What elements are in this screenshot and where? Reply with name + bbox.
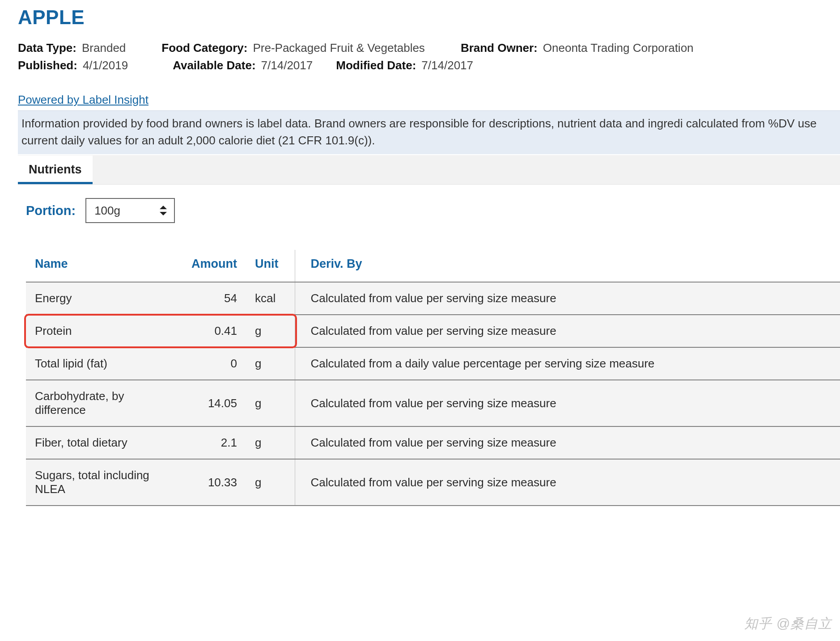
col-header-amount[interactable]: Amount (182, 250, 246, 282)
table-row: Total lipid (fat)0gCalculated from a dai… (26, 347, 840, 380)
cell-name: Sugars, total including NLEA (26, 459, 182, 506)
cell-deriv: Calculated from value per serving size m… (295, 315, 840, 347)
cell-deriv: Calculated from a daily value percentage… (295, 347, 840, 380)
cell-amount: 10.33 (182, 459, 246, 506)
label-insight-link[interactable]: Powered by Label Insight (18, 93, 148, 107)
table-row: Fiber, total dietary2.1gCalculated from … (26, 426, 840, 459)
table-row: Carbohydrate, by difference14.05gCalcula… (26, 380, 840, 426)
cell-amount: 2.1 (182, 426, 246, 459)
cell-amount: 54 (182, 282, 246, 315)
cell-deriv: Calculated from value per serving size m… (295, 282, 840, 315)
meta-label: Modified Date: (336, 59, 416, 72)
cell-unit: g (246, 380, 295, 426)
portion-select[interactable]: 100g (85, 198, 175, 223)
meta-food-category: Food Category: Pre-Packaged Fruit & Vege… (161, 41, 425, 55)
cell-unit: g (246, 426, 295, 459)
meta-data-type: Data Type: Branded (18, 41, 126, 55)
cell-unit: g (246, 347, 295, 380)
page-title: APPLE (18, 6, 840, 29)
cell-unit: g (246, 459, 295, 506)
meta-available: Available Date: 7/14/2017 (173, 59, 313, 72)
cell-name: Energy (26, 282, 182, 315)
cell-unit: g (246, 315, 295, 347)
table-row: Energy54kcalCalculated from value per se… (26, 282, 840, 315)
info-banner: Information provided by food brand owner… (18, 110, 840, 154)
meta-label: Published: (18, 59, 77, 72)
meta-label: Data Type: (18, 41, 76, 55)
portion-label: Portion: (26, 203, 76, 218)
meta-value: 4/1/2019 (83, 59, 128, 72)
meta-value: 7/14/2017 (261, 59, 313, 72)
meta-value: Oneonta Trading Corporation (543, 41, 694, 55)
meta-modified: Modified Date: 7/14/2017 (336, 59, 473, 72)
cell-name: Carbohydrate, by difference (26, 380, 182, 426)
meta-value: 7/14/2017 (421, 59, 473, 72)
sort-caret-icon (160, 206, 167, 215)
cell-amount: 0.41 (182, 315, 246, 347)
portion-value: 100g (94, 204, 120, 218)
col-header-name[interactable]: Name (26, 250, 182, 282)
cell-deriv: Calculated from value per serving size m… (295, 426, 840, 459)
cell-name: Fiber, total dietary (26, 426, 182, 459)
meta-label: Available Date: (173, 59, 255, 72)
cell-deriv: Calculated from value per serving size m… (295, 459, 840, 506)
tabs-bar: Nutrients (18, 155, 840, 185)
cell-name: Total lipid (fat) (26, 347, 182, 380)
cell-amount: 0 (182, 347, 246, 380)
tab-nutrients[interactable]: Nutrients (18, 156, 93, 184)
cell-name: Protein (26, 315, 182, 347)
meta-label: Brand Owner: (461, 41, 538, 55)
meta-value: Branded (82, 41, 126, 55)
meta-published: Published: 4/1/2019 (18, 59, 128, 72)
meta-label: Food Category: (161, 41, 247, 55)
table-row: Sugars, total including NLEA10.33gCalcul… (26, 459, 840, 506)
cell-unit: kcal (246, 282, 295, 315)
cell-deriv: Calculated from value per serving size m… (295, 380, 840, 426)
meta-value: Pre-Packaged Fruit & Vegetables (253, 41, 424, 55)
col-header-unit[interactable]: Unit (246, 250, 295, 282)
col-header-deriv[interactable]: Deriv. By (295, 250, 840, 282)
nutrients-table: Name Amount Unit Deriv. By Energy54kcalC… (26, 250, 840, 506)
cell-amount: 14.05 (182, 380, 246, 426)
metadata-block: Data Type: Branded Food Category: Pre-Pa… (18, 39, 840, 74)
table-row: Protein0.41gCalculated from value per se… (26, 315, 840, 347)
meta-brand-owner: Brand Owner: Oneonta Trading Corporation (461, 41, 694, 55)
